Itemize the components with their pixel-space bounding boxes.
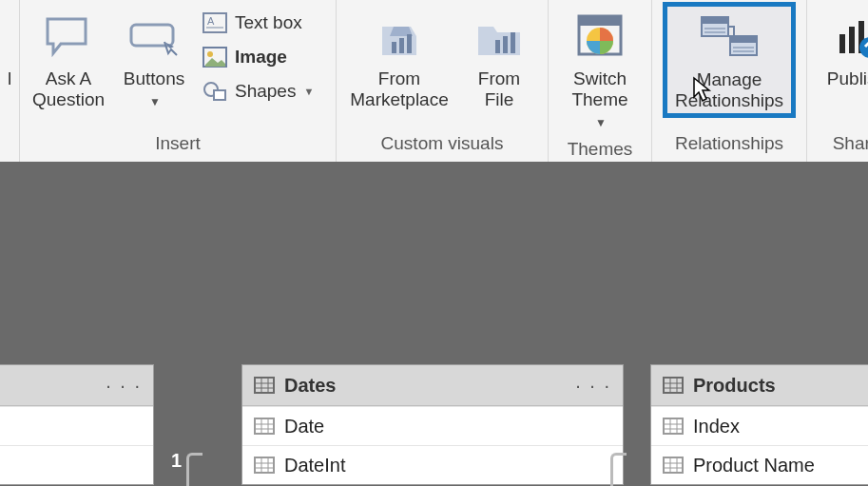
more-icon[interactable]: · · ·	[575, 375, 611, 397]
group-label-share: Share	[813, 127, 868, 162]
switch-theme-button[interactable]: Switch Theme ▼	[554, 4, 646, 133]
shapes-button[interactable]: Shapes ▼	[197, 74, 330, 108]
marketplace-icon	[373, 8, 426, 67]
table-header[interactable]: Products	[651, 365, 868, 406]
group-label-insert: Insert	[26, 127, 330, 162]
table-card-dates[interactable]: Dates · · · Date DateInt	[241, 364, 624, 485]
svg-point-5	[207, 51, 213, 57]
ribbon-group-insert: Ask A Question Buttons▼ A Text box	[20, 0, 337, 162]
table-title: Dates	[284, 375, 336, 397]
connection-line	[186, 453, 203, 486]
table-field[interactable]: Index	[651, 406, 868, 445]
svg-rect-9	[399, 38, 404, 53]
svg-rect-53	[664, 457, 683, 473]
from-file-button[interactable]: From File	[456, 4, 542, 110]
table-card-partial-left[interactable]: · · · dex ames	[0, 364, 154, 485]
ribbon-group-themes: Switch Theme ▼ Themes	[549, 0, 652, 162]
ribbon-button-cut-off[interactable]: l	[8, 4, 11, 89]
buttons-button[interactable]: Buttons▼	[111, 4, 197, 112]
folder-chart-icon	[473, 8, 526, 67]
model-canvas[interactable]: · · · dex ames 1 Dates · · · Date	[0, 162, 868, 486]
svg-rect-43	[664, 378, 683, 393]
more-icon[interactable]: · · ·	[106, 375, 142, 397]
column-icon	[254, 457, 275, 474]
ribbon-group-stub: l	[0, 0, 20, 162]
connection-line	[610, 453, 627, 486]
svg-rect-7	[214, 90, 225, 100]
svg-rect-17	[702, 17, 728, 24]
svg-rect-24	[839, 34, 845, 53]
svg-rect-15	[579, 16, 621, 26]
column-icon	[254, 418, 275, 435]
table-icon	[254, 377, 275, 394]
table-title: Products	[693, 375, 776, 397]
svg-rect-12	[503, 36, 508, 53]
table-field[interactable]: DateInt	[242, 445, 623, 484]
textbox-button[interactable]: A Text box	[197, 6, 330, 40]
textbox-icon: A	[203, 10, 227, 35]
svg-rect-11	[495, 40, 500, 53]
table-header[interactable]: · · ·	[0, 365, 153, 406]
ribbon-group-relationships: Manage Relationships Relationships	[652, 0, 807, 162]
ribbon-group-share: Publish Share	[807, 0, 868, 162]
relationships-icon	[698, 9, 761, 68]
speech-bubble-icon	[44, 8, 93, 67]
cardinality-one: 1	[171, 450, 182, 472]
group-label-relationships: Relationships	[658, 127, 800, 162]
chevron-down-icon: ▼	[303, 86, 314, 97]
svg-rect-38	[255, 457, 274, 473]
svg-text:A: A	[207, 15, 215, 27]
theme-icon	[573, 8, 627, 67]
column-icon	[663, 418, 684, 435]
cardinality-one: 1	[595, 450, 606, 472]
manage-relationships-button[interactable]: Manage Relationships	[663, 2, 796, 118]
table-field[interactable]: dex	[0, 406, 153, 445]
ribbon-toolbar: l Ask A Question Buttons▼	[0, 0, 868, 163]
publish-button[interactable]: Publish	[814, 4, 868, 89]
ribbon-group-custom-visuals: From Marketplace From File Custom visual…	[337, 0, 549, 162]
svg-rect-33	[255, 418, 274, 434]
svg-rect-48	[664, 418, 683, 434]
table-header[interactable]: Dates · · ·	[242, 365, 623, 406]
chevron-down-icon: ▼	[149, 95, 161, 108]
image-icon	[203, 45, 227, 69]
chevron-down-icon: ▼	[595, 116, 607, 129]
svg-rect-10	[407, 34, 412, 53]
ask-a-question-button[interactable]: Ask A Question	[26, 4, 111, 110]
image-button[interactable]: Image	[197, 40, 330, 74]
svg-rect-28	[255, 378, 274, 393]
svg-rect-8	[392, 42, 396, 53]
table-field[interactable]: Product Name	[651, 445, 868, 484]
column-icon	[663, 457, 684, 474]
table-card-products[interactable]: Products Index Product Name	[650, 364, 868, 485]
svg-rect-0	[131, 25, 173, 46]
from-marketplace-button[interactable]: From Marketplace	[342, 4, 456, 110]
insert-mini-stack: A Text box Image Shapes ▼	[197, 4, 330, 108]
table-field[interactable]: ames	[0, 445, 153, 484]
button-icon	[128, 8, 180, 67]
table-field[interactable]: Date	[242, 406, 623, 445]
svg-rect-25	[849, 27, 855, 53]
publish-icon	[830, 8, 868, 67]
svg-rect-13	[511, 32, 515, 53]
table-icon	[663, 377, 684, 394]
shapes-icon	[203, 79, 227, 104]
group-label-custom-visuals: Custom visuals	[342, 127, 542, 162]
